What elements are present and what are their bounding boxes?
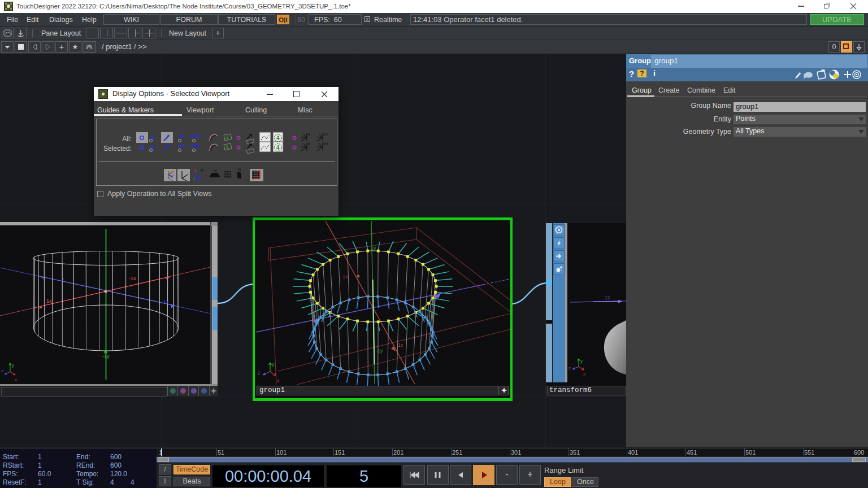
svg-text:1y: 1y (371, 245, 376, 251)
svg-text:z: z (568, 365, 571, 371)
svg-text:-1x: -1x (129, 276, 136, 281)
svg-text:1: 1 (199, 176, 202, 181)
svg-text:4: 4 (307, 141, 310, 146)
svg-text:1x: 1x (46, 298, 52, 304)
svg-text:1: 1 (194, 168, 197, 173)
svg-text:4: 4 (276, 145, 280, 151)
svg-text:XYZ: XYZ (190, 143, 201, 149)
svg-text:1x: 1x (398, 342, 403, 348)
svg-text:-1y: -1y (102, 354, 110, 359)
svg-text:4: 4 (225, 135, 229, 141)
svg-text:UV: UV (323, 132, 328, 136)
svg-text:P: P (201, 168, 203, 173)
svg-text:N: N (238, 168, 241, 172)
svg-text:uv: uv (179, 133, 185, 139)
svg-text:+2: +2 (212, 168, 217, 172)
svg-text:uv: uv (179, 143, 185, 149)
svg-text:1: 1 (193, 176, 196, 181)
svg-text:y: y (580, 359, 583, 364)
svg-text:-1y: -1y (376, 348, 383, 354)
svg-text:y: y (12, 363, 14, 368)
svg-text:-1x: -1x (341, 274, 348, 280)
svg-text:XYZ: XYZ (190, 133, 201, 139)
svg-text:y: y (272, 361, 275, 367)
svg-text:4: 4 (276, 135, 280, 141)
svg-text:x: x (583, 372, 585, 377)
svg-text:x: x (277, 378, 280, 384)
svg-text:4: 4 (225, 145, 229, 151)
svg-text:z: z (62, 277, 64, 282)
svg-text:z: z (258, 370, 261, 376)
svg-text:1z: 1z (605, 295, 610, 300)
svg-text:1z: 1z (163, 299, 169, 305)
svg-text:UV: UV (323, 142, 328, 146)
svg-text:x: x (15, 377, 17, 382)
svg-text:4: 4 (307, 132, 310, 137)
svg-text:z: z (1, 368, 3, 373)
